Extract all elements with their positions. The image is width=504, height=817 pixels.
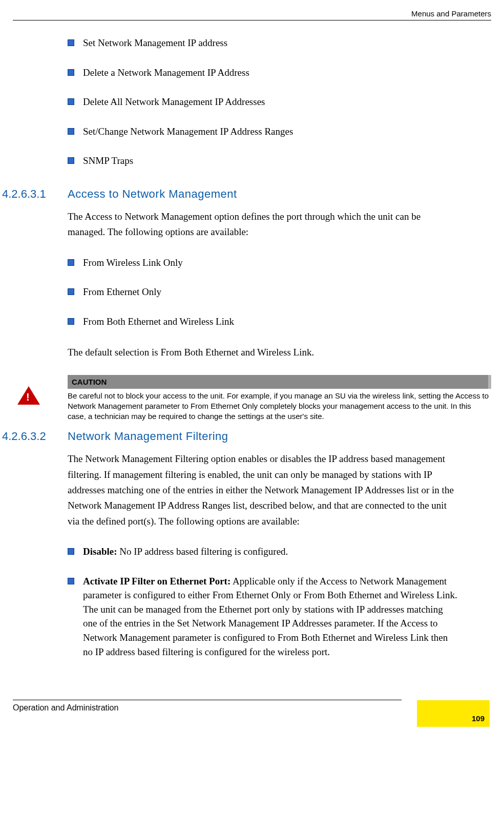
option-bold: Disable: — [83, 546, 117, 557]
caution-block: CAUTION Be careful not to block your acc… — [2, 375, 458, 422]
section-title: Access to Network Management — [68, 187, 237, 201]
list-item: From Wireless Link Only — [68, 256, 458, 270]
section-number: 4.2.6.3.2 — [2, 430, 68, 443]
section-number: 4.2.6.3.1 — [2, 187, 68, 201]
options-list: From Wireless Link Only From Ethernet On… — [68, 256, 458, 329]
list-item: Delete All Network Management IP Address… — [68, 95, 458, 109]
option-rest: Applicable only if the Access to Network… — [83, 576, 457, 657]
list-item: SNMP Traps — [68, 154, 458, 168]
page-footer: Operation and Administration 109 — [0, 700, 504, 727]
caution-label: CAUTION — [68, 375, 491, 389]
footer-doc-title: Operation and Administration — [0, 700, 417, 727]
list-item: From Ethernet Only — [68, 285, 458, 299]
list-item: Disable: No IP address based filtering i… — [68, 544, 458, 559]
list-item: From Both Ethernet and Wireless Link — [68, 315, 458, 329]
section-title: Network Management Filtering — [68, 430, 228, 443]
caution-text: Be careful not to block your access to t… — [68, 389, 491, 422]
default-text: The default selection is From Both Ether… — [68, 345, 458, 360]
section-heading: 4.2.6.3.2 Network Management Filtering — [2, 430, 458, 443]
option-rest: No IP address based filtering is configu… — [117, 546, 288, 557]
section-intro: The Network Management Filtering option … — [68, 451, 458, 529]
caution-icon — [17, 386, 40, 405]
list-item: Activate IP Filter on Ethernet Port: App… — [68, 574, 458, 659]
intro-list: Set Network Management IP address Delete… — [68, 36, 458, 168]
options-list: Disable: No IP address based filtering i… — [68, 544, 458, 659]
page-number-block: 109 — [417, 700, 490, 727]
section-heading: 4.2.6.3.1 Access to Network Management — [2, 187, 458, 201]
list-item: Delete a Network Management IP Address — [68, 66, 458, 80]
page-number: 109 — [472, 714, 485, 723]
page-header: Menus and Parameters — [13, 9, 491, 20]
list-item: Set Network Management IP address — [68, 36, 458, 50]
list-item: Set/Change Network Management IP Address… — [68, 124, 458, 139]
section-intro: The Access to Network Management option … — [68, 209, 458, 240]
option-bold: Activate IP Filter on Ethernet Port: — [83, 576, 230, 586]
